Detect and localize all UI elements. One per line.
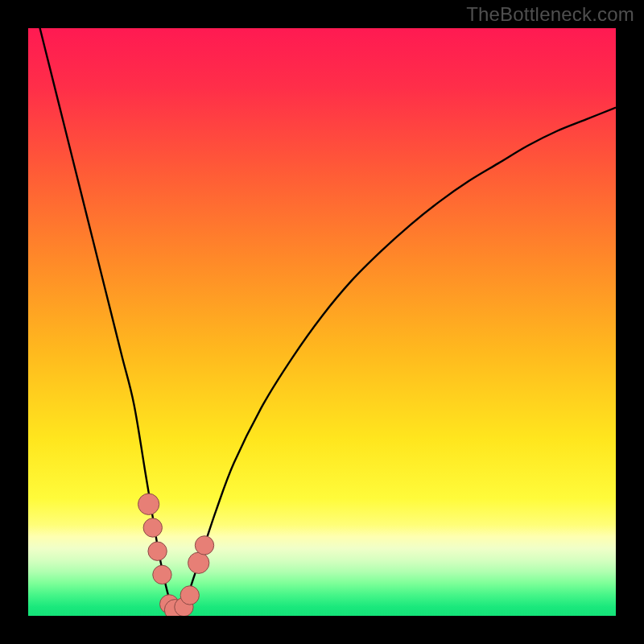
- data-marker: [143, 518, 162, 537]
- data-marker: [188, 552, 209, 573]
- chart-frame: TheBottleneck.com: [0, 0, 644, 644]
- heat-background: [28, 28, 616, 616]
- data-marker: [148, 542, 167, 560]
- data-marker: [138, 493, 159, 514]
- plot-svg: [28, 28, 616, 616]
- watermark-text: TheBottleneck.com: [466, 3, 634, 26]
- data-marker: [180, 586, 199, 605]
- plot-area: [28, 28, 616, 616]
- data-marker: [195, 536, 213, 555]
- data-marker: [153, 565, 171, 584]
